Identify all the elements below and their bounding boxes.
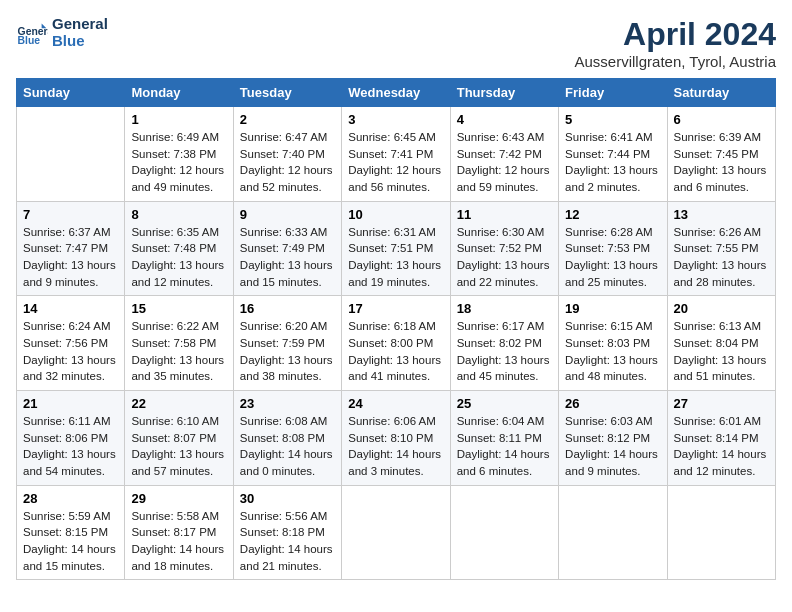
- day-number: 23: [240, 396, 335, 411]
- day-number: 14: [23, 301, 118, 316]
- cell-content: Sunrise: 6:03 AM Sunset: 8:12 PM Dayligh…: [565, 413, 660, 480]
- subtitle: Ausservillgraten, Tyrol, Austria: [575, 53, 776, 70]
- calendar-cell: 21Sunrise: 6:11 AM Sunset: 8:06 PM Dayli…: [17, 391, 125, 486]
- cell-content: Sunrise: 6:22 AM Sunset: 7:58 PM Dayligh…: [131, 318, 226, 385]
- calendar-cell: [450, 485, 558, 580]
- calendar-cell: 12Sunrise: 6:28 AM Sunset: 7:53 PM Dayli…: [559, 201, 667, 296]
- logo-text: General Blue: [52, 16, 108, 49]
- cell-content: Sunrise: 6:37 AM Sunset: 7:47 PM Dayligh…: [23, 224, 118, 291]
- calendar-cell: [342, 485, 450, 580]
- day-number: 9: [240, 207, 335, 222]
- day-number: 24: [348, 396, 443, 411]
- calendar-cell: 25Sunrise: 6:04 AM Sunset: 8:11 PM Dayli…: [450, 391, 558, 486]
- day-number: 18: [457, 301, 552, 316]
- calendar-cell: 10Sunrise: 6:31 AM Sunset: 7:51 PM Dayli…: [342, 201, 450, 296]
- day-number: 2: [240, 112, 335, 127]
- calendar-cell: 2Sunrise: 6:47 AM Sunset: 7:40 PM Daylig…: [233, 107, 341, 202]
- day-number: 26: [565, 396, 660, 411]
- calendar-cell: 6Sunrise: 6:39 AM Sunset: 7:45 PM Daylig…: [667, 107, 775, 202]
- day-number: 1: [131, 112, 226, 127]
- logo-line1: General: [52, 16, 108, 33]
- logo-line2: Blue: [52, 33, 108, 50]
- cell-content: Sunrise: 5:56 AM Sunset: 8:18 PM Dayligh…: [240, 508, 335, 575]
- calendar-header-row: SundayMondayTuesdayWednesdayThursdayFrid…: [17, 79, 776, 107]
- day-number: 30: [240, 491, 335, 506]
- day-number: 27: [674, 396, 769, 411]
- calendar-cell: 11Sunrise: 6:30 AM Sunset: 7:52 PM Dayli…: [450, 201, 558, 296]
- day-number: 4: [457, 112, 552, 127]
- day-number: 6: [674, 112, 769, 127]
- cell-content: Sunrise: 6:43 AM Sunset: 7:42 PM Dayligh…: [457, 129, 552, 196]
- week-row-2: 7Sunrise: 6:37 AM Sunset: 7:47 PM Daylig…: [17, 201, 776, 296]
- calendar-table: SundayMondayTuesdayWednesdayThursdayFrid…: [16, 78, 776, 580]
- cell-content: Sunrise: 6:30 AM Sunset: 7:52 PM Dayligh…: [457, 224, 552, 291]
- col-header-saturday: Saturday: [667, 79, 775, 107]
- week-row-4: 21Sunrise: 6:11 AM Sunset: 8:06 PM Dayli…: [17, 391, 776, 486]
- calendar-cell: 27Sunrise: 6:01 AM Sunset: 8:14 PM Dayli…: [667, 391, 775, 486]
- calendar-cell: 28Sunrise: 5:59 AM Sunset: 8:15 PM Dayli…: [17, 485, 125, 580]
- calendar-cell: 22Sunrise: 6:10 AM Sunset: 8:07 PM Dayli…: [125, 391, 233, 486]
- cell-content: Sunrise: 6:06 AM Sunset: 8:10 PM Dayligh…: [348, 413, 443, 480]
- col-header-sunday: Sunday: [17, 79, 125, 107]
- cell-content: Sunrise: 6:04 AM Sunset: 8:11 PM Dayligh…: [457, 413, 552, 480]
- day-number: 21: [23, 396, 118, 411]
- cell-content: Sunrise: 6:39 AM Sunset: 7:45 PM Dayligh…: [674, 129, 769, 196]
- col-header-friday: Friday: [559, 79, 667, 107]
- day-number: 17: [348, 301, 443, 316]
- day-number: 8: [131, 207, 226, 222]
- cell-content: Sunrise: 6:49 AM Sunset: 7:38 PM Dayligh…: [131, 129, 226, 196]
- day-number: 20: [674, 301, 769, 316]
- cell-content: Sunrise: 6:10 AM Sunset: 8:07 PM Dayligh…: [131, 413, 226, 480]
- page-header: General Blue General Blue April 2024 Aus…: [16, 16, 776, 70]
- cell-content: Sunrise: 6:17 AM Sunset: 8:02 PM Dayligh…: [457, 318, 552, 385]
- calendar-cell: 20Sunrise: 6:13 AM Sunset: 8:04 PM Dayli…: [667, 296, 775, 391]
- logo: General Blue General Blue: [16, 16, 108, 49]
- calendar-cell: 1Sunrise: 6:49 AM Sunset: 7:38 PM Daylig…: [125, 107, 233, 202]
- day-number: 15: [131, 301, 226, 316]
- main-title: April 2024: [575, 16, 776, 53]
- day-number: 5: [565, 112, 660, 127]
- cell-content: Sunrise: 5:58 AM Sunset: 8:17 PM Dayligh…: [131, 508, 226, 575]
- day-number: 12: [565, 207, 660, 222]
- calendar-cell: 7Sunrise: 6:37 AM Sunset: 7:47 PM Daylig…: [17, 201, 125, 296]
- calendar-cell: 5Sunrise: 6:41 AM Sunset: 7:44 PM Daylig…: [559, 107, 667, 202]
- title-block: April 2024 Ausservillgraten, Tyrol, Aust…: [575, 16, 776, 70]
- calendar-cell: 16Sunrise: 6:20 AM Sunset: 7:59 PM Dayli…: [233, 296, 341, 391]
- day-number: 29: [131, 491, 226, 506]
- day-number: 13: [674, 207, 769, 222]
- cell-content: Sunrise: 6:11 AM Sunset: 8:06 PM Dayligh…: [23, 413, 118, 480]
- calendar-cell: 17Sunrise: 6:18 AM Sunset: 8:00 PM Dayli…: [342, 296, 450, 391]
- cell-content: Sunrise: 6:13 AM Sunset: 8:04 PM Dayligh…: [674, 318, 769, 385]
- calendar-cell: 8Sunrise: 6:35 AM Sunset: 7:48 PM Daylig…: [125, 201, 233, 296]
- cell-content: Sunrise: 6:47 AM Sunset: 7:40 PM Dayligh…: [240, 129, 335, 196]
- cell-content: Sunrise: 6:31 AM Sunset: 7:51 PM Dayligh…: [348, 224, 443, 291]
- calendar-cell: 19Sunrise: 6:15 AM Sunset: 8:03 PM Dayli…: [559, 296, 667, 391]
- logo-icon: General Blue: [16, 17, 48, 49]
- cell-content: Sunrise: 6:28 AM Sunset: 7:53 PM Dayligh…: [565, 224, 660, 291]
- calendar-cell: 3Sunrise: 6:45 AM Sunset: 7:41 PM Daylig…: [342, 107, 450, 202]
- cell-content: Sunrise: 6:33 AM Sunset: 7:49 PM Dayligh…: [240, 224, 335, 291]
- calendar-cell: 9Sunrise: 6:33 AM Sunset: 7:49 PM Daylig…: [233, 201, 341, 296]
- day-number: 10: [348, 207, 443, 222]
- col-header-wednesday: Wednesday: [342, 79, 450, 107]
- day-number: 3: [348, 112, 443, 127]
- calendar-cell: 14Sunrise: 6:24 AM Sunset: 7:56 PM Dayli…: [17, 296, 125, 391]
- col-header-monday: Monday: [125, 79, 233, 107]
- calendar-cell: [667, 485, 775, 580]
- cell-content: Sunrise: 6:35 AM Sunset: 7:48 PM Dayligh…: [131, 224, 226, 291]
- week-row-5: 28Sunrise: 5:59 AM Sunset: 8:15 PM Dayli…: [17, 485, 776, 580]
- calendar-cell: 4Sunrise: 6:43 AM Sunset: 7:42 PM Daylig…: [450, 107, 558, 202]
- col-header-thursday: Thursday: [450, 79, 558, 107]
- calendar-cell: 29Sunrise: 5:58 AM Sunset: 8:17 PM Dayli…: [125, 485, 233, 580]
- cell-content: Sunrise: 6:45 AM Sunset: 7:41 PM Dayligh…: [348, 129, 443, 196]
- col-header-tuesday: Tuesday: [233, 79, 341, 107]
- calendar-cell: 24Sunrise: 6:06 AM Sunset: 8:10 PM Dayli…: [342, 391, 450, 486]
- calendar-cell: 18Sunrise: 6:17 AM Sunset: 8:02 PM Dayli…: [450, 296, 558, 391]
- cell-content: Sunrise: 6:24 AM Sunset: 7:56 PM Dayligh…: [23, 318, 118, 385]
- calendar-cell: [17, 107, 125, 202]
- cell-content: Sunrise: 6:20 AM Sunset: 7:59 PM Dayligh…: [240, 318, 335, 385]
- cell-content: Sunrise: 6:26 AM Sunset: 7:55 PM Dayligh…: [674, 224, 769, 291]
- day-number: 22: [131, 396, 226, 411]
- day-number: 25: [457, 396, 552, 411]
- day-number: 16: [240, 301, 335, 316]
